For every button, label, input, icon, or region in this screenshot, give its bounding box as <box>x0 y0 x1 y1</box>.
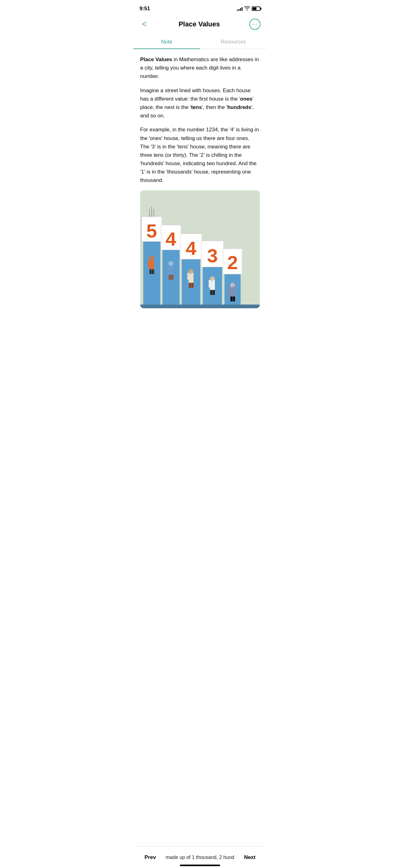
content-area: Place Values in Mathematics are like add… <box>133 49 267 185</box>
tab-note[interactable]: Note <box>133 35 200 49</box>
page-title: Place Values <box>149 20 249 28</box>
svg-text:3: 3 <box>207 245 218 266</box>
more-button[interactable]: ··· <box>249 19 261 30</box>
header: < Place Values ··· <box>133 16 267 35</box>
svg-rect-49 <box>140 305 260 308</box>
svg-rect-33 <box>209 280 211 287</box>
svg-rect-43 <box>233 286 235 294</box>
svg-rect-9 <box>152 269 154 274</box>
back-button[interactable]: < <box>139 18 149 30</box>
paragraph-2: Imagine a street lined with houses. Each… <box>140 86 260 120</box>
status-time: 9:51 <box>139 6 150 12</box>
paragraph-1: Place Values in Mathematics are like add… <box>140 55 260 81</box>
svg-rect-34 <box>212 280 215 287</box>
illustration: 5 4 4 3 <box>140 190 260 308</box>
svg-rect-25 <box>191 273 194 280</box>
place-values-illustration: 5 4 4 3 <box>140 190 260 308</box>
svg-point-4 <box>149 255 154 260</box>
svg-rect-18 <box>171 275 173 280</box>
svg-rect-7 <box>152 260 154 267</box>
wifi-icon <box>244 6 250 11</box>
status-icons <box>237 6 261 11</box>
status-bar: 9:51 <box>133 0 267 16</box>
svg-rect-17 <box>169 275 171 280</box>
signal-icon <box>237 6 242 11</box>
tab-resources[interactable]: Resources <box>200 35 267 49</box>
svg-rect-36 <box>213 290 215 295</box>
svg-rect-45 <box>233 297 235 302</box>
svg-rect-27 <box>191 283 194 288</box>
svg-rect-44 <box>230 297 233 302</box>
svg-rect-15 <box>167 266 170 272</box>
svg-point-13 <box>168 261 173 266</box>
battery-icon <box>252 6 261 11</box>
paragraph-3: For example, in the number 1234, the '4'… <box>140 125 260 184</box>
svg-text:5: 5 <box>146 220 157 242</box>
svg-rect-8 <box>149 269 152 274</box>
svg-rect-16 <box>171 266 173 272</box>
tabs: Note Resources <box>133 35 267 49</box>
svg-rect-6 <box>148 260 151 267</box>
svg-rect-42 <box>229 286 231 294</box>
svg-rect-35 <box>210 290 212 295</box>
svg-rect-26 <box>189 283 191 288</box>
svg-rect-24 <box>187 273 190 280</box>
svg-text:4: 4 <box>166 228 176 250</box>
svg-text:2: 2 <box>227 252 238 273</box>
svg-text:4: 4 <box>186 238 197 259</box>
